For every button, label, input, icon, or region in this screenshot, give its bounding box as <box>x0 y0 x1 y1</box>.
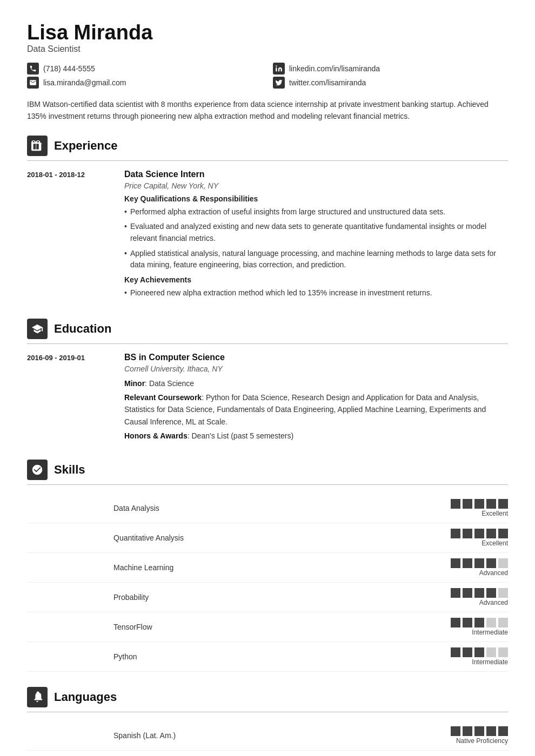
skill-entry: Machine LearningAdvanced <box>27 553 508 583</box>
experience-bullets: Performed alpha extraction of useful ins… <box>124 206 508 271</box>
dot-filled <box>486 558 496 568</box>
dot-filled <box>451 588 460 598</box>
dot-empty <box>486 618 496 627</box>
qualifications-label: Key Qualifications & Responsibilities <box>124 194 508 203</box>
skill-dots <box>451 558 508 568</box>
dot-filled <box>451 499 460 509</box>
languages-list: Spanish (Lat. Am.)Native Proficiency <box>27 721 508 751</box>
job-title: Data Scientist <box>27 44 508 54</box>
skill-name: Data Analysis <box>113 504 451 512</box>
education-header: Education <box>27 319 508 344</box>
linkedin-icon <box>273 63 285 75</box>
email-value: lisa.miranda@gmail.com <box>43 78 126 87</box>
skill-dots <box>451 588 508 598</box>
languages-title: Languages <box>54 690 117 704</box>
languages-header: Languages <box>27 687 508 712</box>
education-degree: BS in Computer Science <box>124 353 508 362</box>
skill-entry: Data AnalysisExcellent <box>27 494 508 523</box>
skill-bar-wrap: Intermediate <box>451 647 508 666</box>
dot-filled <box>451 647 460 657</box>
skill-name: TensorFlow <box>113 623 451 631</box>
dot-filled <box>498 529 508 538</box>
skill-dots <box>451 529 508 538</box>
languages-icon <box>27 687 48 707</box>
education-coursework: Relevant Coursework: Python for Data Sci… <box>124 392 508 428</box>
dot-filled <box>463 588 472 598</box>
education-entry: 2016-09 - 2019-01 BS in Computer Science… <box>27 353 508 444</box>
achievement-1: Pioneered new alpha extraction method wh… <box>124 287 508 299</box>
skill-bar-wrap: Advanced <box>451 558 508 577</box>
twitter-value: twitter.com/lisamiranda <box>289 78 366 87</box>
skill-dots <box>451 618 508 627</box>
dot-filled <box>498 726 508 736</box>
contact-section: (718) 444-5555 linkedin.com/in/lisamiran… <box>27 63 508 89</box>
summary-text: IBM Watson-certified data scientist with… <box>27 98 508 123</box>
skill-name: Machine Learning <box>113 563 451 572</box>
skill-name: Spanish (Lat. Am.) <box>113 731 451 740</box>
experience-section: Experience 2018-01 - 2018-12 Data Scienc… <box>27 136 508 303</box>
education-title: Education <box>54 322 111 336</box>
dot-filled <box>474 558 484 568</box>
achievements-label: Key Achievements <box>124 275 508 284</box>
header: Lisa Miranda Data Scientist <box>27 22 508 54</box>
skill-name: Probability <box>113 593 451 602</box>
svg-point-0 <box>276 65 277 66</box>
skill-entry: ProbabilityAdvanced <box>27 583 508 612</box>
experience-details: Data Science Intern Price Capital, New Y… <box>124 170 508 303</box>
skill-bar-wrap: Excellent <box>451 499 508 517</box>
dot-filled <box>474 647 484 657</box>
contact-linkedin: linkedin.com/in/lisamiranda <box>273 63 508 75</box>
skills-list: Data AnalysisExcellentQuantitative Analy… <box>27 494 508 672</box>
skill-level: Native Proficiency <box>456 737 508 745</box>
skill-level: Intermediate <box>472 658 508 666</box>
skill-name: Python <box>113 652 451 661</box>
education-icon <box>27 319 48 339</box>
dot-filled <box>451 726 460 736</box>
skill-dots <box>451 499 508 509</box>
skill-name: Quantitative Analysis <box>113 534 451 542</box>
skill-bar-wrap: Excellent <box>451 529 508 547</box>
dot-filled <box>474 529 484 538</box>
contact-phone: (718) 444-5555 <box>27 63 262 75</box>
skills-title: Skills <box>54 463 85 477</box>
experience-company: Price Capital, New York, NY <box>124 181 508 190</box>
skill-level: Intermediate <box>472 629 508 636</box>
contact-twitter: twitter.com/lisamiranda <box>273 77 508 89</box>
dot-empty <box>486 647 496 657</box>
skill-bar-wrap: Native Proficiency <box>451 726 508 745</box>
phone-icon <box>27 63 39 75</box>
bullet-1: Performed alpha extraction of useful ins… <box>124 206 508 218</box>
skill-entry: PythonIntermediate <box>27 642 508 672</box>
dot-empty <box>498 618 508 627</box>
education-honors: Honors & Awards: Dean's List (past 5 sem… <box>124 430 508 442</box>
dot-filled <box>474 618 484 627</box>
skill-dots <box>451 647 508 657</box>
education-details: BS in Computer Science Cornell Universit… <box>124 353 508 444</box>
skill-bar-wrap: Intermediate <box>451 618 508 636</box>
dot-filled <box>451 558 460 568</box>
dot-empty <box>498 558 508 568</box>
dot-filled <box>463 529 472 538</box>
skills-icon <box>27 460 48 480</box>
experience-entry: 2018-01 - 2018-12 Data Science Intern Pr… <box>27 170 508 303</box>
education-minor: Minor: Data Science <box>124 377 508 389</box>
skill-entry: Spanish (Lat. Am.)Native Proficiency <box>27 721 508 751</box>
bullet-2: Evaluated and analyzed existing and new … <box>124 221 508 244</box>
email-icon <box>27 77 39 89</box>
dot-filled <box>486 529 496 538</box>
dot-filled <box>474 588 484 598</box>
experience-header: Experience <box>27 136 508 161</box>
experience-date: 2018-01 - 2018-12 <box>27 170 113 303</box>
full-name: Lisa Miranda <box>27 22 508 44</box>
experience-icon <box>27 136 48 156</box>
dot-filled <box>463 647 472 657</box>
education-date: 2016-09 - 2019-01 <box>27 353 113 444</box>
dot-filled <box>451 618 460 627</box>
skills-header: Skills <box>27 460 508 485</box>
achievements-bullets: Pioneered new alpha extraction method wh… <box>124 287 508 299</box>
dot-filled <box>486 726 496 736</box>
skill-level: Advanced <box>479 569 508 577</box>
languages-section: Languages Spanish (Lat. Am.)Native Profi… <box>27 687 508 751</box>
twitter-icon <box>273 77 285 89</box>
skill-bar-wrap: Advanced <box>451 588 508 606</box>
